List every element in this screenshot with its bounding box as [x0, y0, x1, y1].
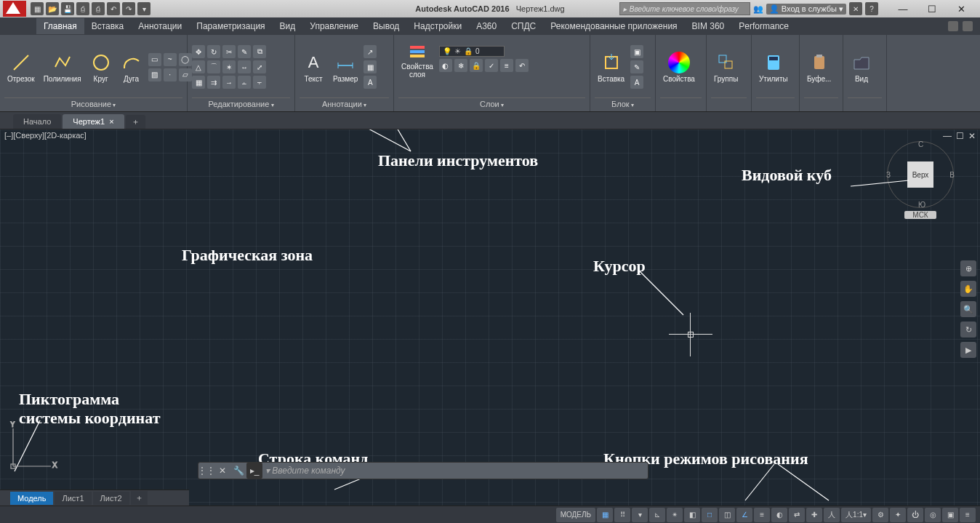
edit-block-icon[interactable]: ✎ [630, 60, 643, 73]
point-icon[interactable]: · [164, 68, 177, 81]
status-workspace-icon[interactable]: ✦ [890, 508, 906, 522]
text-button[interactable]: A Текст [300, 50, 327, 84]
vp-maximize-icon[interactable]: ☐ [956, 131, 964, 141]
stretch-icon[interactable]: ↔ [238, 60, 251, 73]
break-icon[interactable]: ⫠ [238, 76, 251, 89]
status-transp-icon[interactable]: ◐ [771, 508, 787, 522]
ribbon-tab-bim360[interactable]: BIM 360 [685, 18, 732, 34]
layout-tab-sheet1[interactable]: Лист1 [55, 492, 91, 505]
layer-selector[interactable]: 💡 ☀ 🔒 0 [439, 46, 505, 57]
layer-match-icon[interactable]: ≡ [500, 59, 513, 72]
qat-redo-icon[interactable]: ↷ [122, 2, 135, 15]
viewcube-top-face[interactable]: Верх [907, 161, 933, 188]
viewport-label[interactable]: [–][Сверху][2D-каркас] [4, 131, 87, 140]
status-isolate-icon[interactable]: ◎ [925, 508, 941, 522]
status-otrack-icon[interactable]: ∠ [736, 508, 752, 522]
status-ortho-icon[interactable]: ⊾ [649, 508, 665, 522]
status-model-button[interactable]: МОДЕЛЬ [556, 508, 595, 522]
fillet-icon[interactable]: ⌒ [207, 60, 220, 73]
ribbon-cycle-icon[interactable] [948, 21, 958, 31]
file-tab-start[interactable]: Начало [13, 114, 61, 129]
clipboard-button[interactable]: Буфе... [804, 50, 834, 84]
qat-save-icon[interactable]: 💾 [61, 2, 74, 15]
status-snap-icon[interactable]: ⠿ [614, 508, 630, 522]
infocenter-search[interactable]: ▸ Введите ключевое слово/фразу [619, 2, 750, 15]
rotate-icon[interactable]: ↻ [207, 45, 220, 58]
explode-icon[interactable]: ✶ [222, 60, 236, 73]
create-block-icon[interactable]: ▣ [630, 45, 643, 58]
status-lwt-icon[interactable]: ≡ [754, 508, 770, 522]
ribbon-tab-home[interactable]: Главная [36, 18, 84, 34]
panel-block-title[interactable]: Блок [595, 97, 651, 108]
nav-wheel-icon[interactable]: ⊕ [960, 260, 976, 276]
status-3dosnap-icon[interactable]: ◫ [719, 508, 735, 522]
spline-icon[interactable]: ~ [164, 53, 177, 66]
cmdline-wrench-icon[interactable]: 🔧 [230, 463, 246, 479]
status-annoscale-icon[interactable]: 人 [824, 508, 840, 522]
signin-button[interactable]: 👤 Вход в службы ▾ [766, 4, 846, 15]
attrib-icon[interactable]: A [630, 76, 643, 89]
ribbon-tab-output[interactable]: Вывод [366, 18, 406, 34]
cmdline-handle-icon[interactable]: ⋮⋮ [198, 463, 214, 479]
mirror-icon[interactable]: △ [192, 60, 205, 73]
status-gear-icon[interactable]: ⚙ [872, 508, 888, 522]
groups-button[interactable]: Группы [711, 50, 741, 84]
status-grid-icon[interactable]: ▦ [597, 508, 613, 522]
status-iso-icon[interactable]: ◧ [684, 508, 700, 522]
ribbon-tab-performance[interactable]: Performance [731, 18, 796, 34]
ribbon-tab-addins[interactable]: Надстройки [406, 18, 469, 34]
ribbon-tab-a360[interactable]: A360 [469, 18, 504, 34]
status-scale-button[interactable]: 人 1:1 ▾ [841, 508, 871, 522]
dimension-button[interactable]: Размер [330, 50, 361, 84]
ribbon-tab-featured[interactable]: Рекомендованные приложения [543, 18, 684, 34]
layer-lock-icon[interactable]: 🔒 [470, 59, 483, 72]
nav-showmotion-icon[interactable]: ▶ [960, 342, 976, 358]
ucs-dropdown[interactable]: МСК [904, 211, 936, 219]
status-cycling-icon[interactable]: ⇄ [789, 508, 805, 522]
help-icon[interactable]: ? [865, 2, 878, 15]
layout-tab-sheet2[interactable]: Лист2 [93, 492, 129, 505]
copy-icon[interactable]: ⧉ [253, 45, 266, 58]
layer-make-icon[interactable]: ✓ [485, 59, 498, 72]
status-cleanscreen-icon[interactable]: ▣ [942, 508, 958, 522]
status-hwaccel-icon[interactable]: ⏻ [907, 508, 923, 522]
panel-modify-title[interactable]: Редактирование [192, 97, 290, 108]
insert-block-button[interactable]: Вставка [595, 50, 627, 84]
panel-layers-title[interactable]: Слои [398, 97, 585, 108]
qat-plot-icon[interactable]: ⎙ [92, 2, 105, 15]
nav-orbit-icon[interactable]: ↻ [960, 322, 976, 338]
polyline-button[interactable]: Полилиния [41, 50, 84, 84]
qat-undo-icon[interactable]: ↶ [107, 2, 120, 15]
qat-saveas-icon[interactable]: ⎙ [76, 2, 89, 15]
status-custom-icon[interactable]: ≡ [960, 508, 976, 522]
layer-props-button[interactable]: Свойства слоя [398, 38, 436, 80]
mtext-icon[interactable]: A [364, 76, 377, 89]
join-icon[interactable]: ⫟ [253, 76, 266, 89]
ribbon-minimize-icon[interactable] [963, 21, 973, 31]
table-icon[interactable]: ▦ [364, 60, 377, 73]
ucs-icon[interactable]: Y X [7, 421, 58, 472]
ribbon-tab-insert[interactable]: Вставка [84, 18, 132, 34]
maximize-button[interactable]: ☐ [917, 1, 947, 17]
command-input[interactable]: ▾ Введите команду [262, 466, 648, 476]
qat-new-icon[interactable]: ▦ [31, 2, 44, 15]
panel-annot-title[interactable]: Аннотации [300, 97, 389, 108]
view-cube[interactable]: С Ю В З Верх МСК [887, 141, 954, 228]
layout-tab-add[interactable]: ＋ [131, 491, 148, 505]
trim-icon[interactable]: ✂ [222, 45, 236, 58]
utilities-button[interactable]: Утилиты [756, 50, 791, 84]
leader-icon[interactable]: ↗ [364, 45, 377, 58]
command-line[interactable]: ⋮⋮ ✕ 🔧 ▸_ ▾ Введите команду [198, 462, 648, 479]
panel-draw-title[interactable]: Рисование [4, 97, 182, 108]
ribbon-tab-annotate[interactable]: Аннотации [131, 18, 189, 34]
exchange-icon[interactable]: ✕ [849, 2, 862, 15]
extend-icon[interactable]: → [222, 76, 236, 89]
file-tab-active[interactable]: Чертеж1 × [63, 114, 124, 129]
ribbon-tab-spds[interactable]: СПДС [504, 18, 543, 34]
circle-button[interactable]: Круг [87, 50, 115, 84]
layer-off-icon[interactable]: ◐ [439, 59, 452, 72]
arc-button[interactable]: Дуга [118, 50, 145, 84]
rectangle-icon[interactable]: ▭ [148, 53, 161, 66]
hatch-icon[interactable]: ▨ [148, 68, 161, 81]
qat-open-icon[interactable]: 📂 [46, 2, 59, 15]
